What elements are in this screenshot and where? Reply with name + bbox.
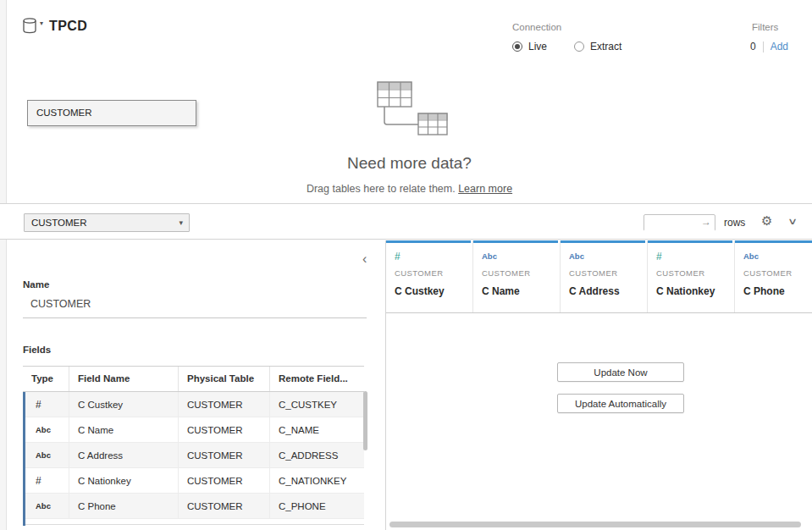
physical-table-cell: CUSTOMER — [179, 392, 270, 417]
radio-live-circle-icon — [512, 41, 522, 52]
hint-text: Drag tables here to relate them. — [307, 183, 456, 195]
table-color-bar — [648, 240, 732, 243]
empty-state-hint: Drag tables here to relate them. Learn m… — [7, 183, 812, 195]
divider — [763, 41, 764, 52]
remote-field-cell: C_ADDRESS — [270, 443, 364, 467]
column-header-type[interactable]: Type — [23, 367, 69, 391]
grid-column-header[interactable]: Abc CUSTOMER C Phone — [735, 240, 812, 313]
filters-count: 0 — [750, 41, 756, 52]
column-header-remote[interactable]: Remote Field... — [270, 367, 364, 391]
grid-column-table: CUSTOMER — [656, 268, 726, 278]
string-type-icon: Abc — [23, 417, 69, 442]
grid-column-header[interactable]: # CUSTOMER C Custkey — [386, 240, 473, 313]
canvas-area: ▾ TPCD Connection Live Extract Filters 0 — [7, 0, 812, 203]
connection-section: Connection Live Extract — [512, 22, 621, 52]
tableau-datasource-page: ▾ TPCD Connection Live Extract Filters 0 — [0, 0, 812, 530]
string-type-icon: Abc — [482, 251, 551, 262]
grid-column-header[interactable]: Abc CUSTOMER C Address — [561, 240, 648, 313]
table-row[interactable]: Abc C Address CUSTOMER C_ADDRESS — [23, 443, 364, 468]
learn-more-link[interactable]: Learn more — [458, 183, 512, 195]
datasource-title: TPCD — [49, 19, 87, 34]
gear-icon[interactable]: ⚙ — [761, 213, 772, 229]
rows-label: rows — [724, 217, 745, 229]
grid-column-field: C Address — [569, 285, 638, 297]
update-automatically-button[interactable]: Update Automatically — [557, 394, 684, 413]
fields-table: Type Field Name Physical Table Remote Fi… — [23, 366, 364, 525]
remote-field-cell: C_NATIONKEY — [270, 468, 364, 493]
radio-live[interactable]: Live — [512, 41, 547, 52]
radio-extract-circle-icon — [574, 41, 584, 52]
chevron-down-icon[interactable]: ∨ — [787, 216, 798, 227]
fields-label: Fields — [23, 345, 51, 355]
table-row[interactable]: Abc C Phone CUSTOMER C_PHONE — [23, 494, 364, 519]
caret-down-icon: ▾ — [40, 19, 43, 27]
physical-table-cell: CUSTOMER — [179, 417, 270, 442]
column-header-field[interactable]: Field Name — [69, 367, 179, 391]
field-name-cell: C Phone — [69, 494, 179, 518]
radio-extract-label: Extract — [590, 41, 621, 52]
grid-column-field: C Custkey — [395, 285, 464, 297]
number-type-icon: # — [395, 251, 464, 262]
grid-column-header[interactable]: # CUSTOMER C Nationkey — [648, 240, 735, 313]
grid-column-header[interactable]: Abc CUSTOMER C Name — [473, 240, 561, 313]
logical-table-pill[interactable]: CUSTOMER — [27, 100, 196, 126]
remote-field-cell: C_PHONE — [270, 494, 364, 518]
field-name-cell: C Name — [69, 417, 179, 442]
grid-column-table: CUSTOMER — [482, 268, 551, 278]
grid-column-field: C Name — [482, 285, 551, 297]
physical-table-cell: CUSTOMER — [179, 443, 270, 467]
horizontal-scrollbar[interactable] — [389, 522, 801, 527]
remote-field-cell: C_CUSTKEY — [270, 392, 364, 417]
remote-field-cell: C_NAME — [270, 417, 364, 442]
table-row[interactable]: # C Custkey CUSTOMER C_CUSTKEY — [23, 392, 364, 417]
string-type-icon: Abc — [23, 443, 69, 467]
physical-table-cell: CUSTOMER — [179, 468, 270, 493]
relate-tables-illustration-icon — [371, 80, 460, 142]
database-icon — [22, 17, 37, 38]
vertical-scrollbar[interactable] — [363, 391, 367, 450]
name-label: Name — [23, 279, 49, 290]
column-header-physical[interactable]: Physical Table — [179, 367, 270, 391]
datasource-menu-button[interactable]: ▾ — [22, 17, 43, 38]
grid-column-field: C Phone — [743, 285, 812, 297]
table-select-dropdown[interactable]: CUSTOMER ▾ — [24, 213, 190, 232]
number-type-icon: # — [23, 392, 69, 417]
divider — [23, 317, 367, 318]
metadata-panel: ‹ Name CUSTOMER Fields Type Field Name P… — [7, 240, 385, 530]
number-type-icon: # — [656, 251, 726, 262]
table-row-clipped — [23, 519, 364, 525]
filters-label: Filters — [752, 22, 788, 32]
number-type-icon: # — [23, 468, 69, 493]
field-name-cell: C Custkey — [69, 392, 179, 417]
string-type-icon: Abc — [743, 251, 812, 262]
table-select-value: CUSTOMER — [31, 218, 87, 228]
radio-live-label: Live — [528, 41, 547, 52]
arrow-right-icon: → — [701, 216, 711, 228]
collapse-panel-icon[interactable]: ‹ — [362, 252, 367, 266]
grid-header-row: # CUSTOMER C Custkey Abc CUSTOMER C Name… — [386, 240, 812, 313]
grid-column-table: CUSTOMER — [743, 268, 812, 278]
physical-table-cell: CUSTOMER — [179, 494, 270, 518]
name-value[interactable]: CUSTOMER — [30, 298, 91, 310]
table-color-bar — [473, 240, 558, 243]
string-type-icon: Abc — [569, 251, 638, 262]
field-name-cell: C Nationkey — [69, 468, 179, 493]
table-color-bar — [386, 240, 471, 243]
field-name-cell: C Address — [69, 443, 179, 467]
connection-label: Connection — [512, 22, 621, 32]
empty-state-title: Need more data? — [7, 154, 812, 173]
table-color-bar — [735, 240, 812, 243]
table-row[interactable]: # C Nationkey CUSTOMER C_NATIONKEY — [23, 468, 364, 494]
table-color-strip — [23, 392, 25, 526]
filters-section: Filters 0 Add — [752, 22, 788, 52]
add-filter-link[interactable]: Add — [771, 41, 788, 52]
string-type-icon: Abc — [23, 494, 69, 518]
table-row[interactable]: Abc C Name CUSTOMER C_NAME — [23, 417, 364, 443]
update-now-button[interactable]: Update Now — [557, 362, 684, 382]
fields-table-header: Type Field Name Physical Table Remote Fi… — [23, 366, 364, 392]
left-pane-collapsed-rail[interactable] — [0, 0, 7, 530]
rows-input-wrap: → — [644, 214, 715, 231]
grid-column-table: CUSTOMER — [395, 268, 464, 278]
table-color-bar — [561, 240, 645, 243]
radio-extract[interactable]: Extract — [574, 41, 621, 52]
